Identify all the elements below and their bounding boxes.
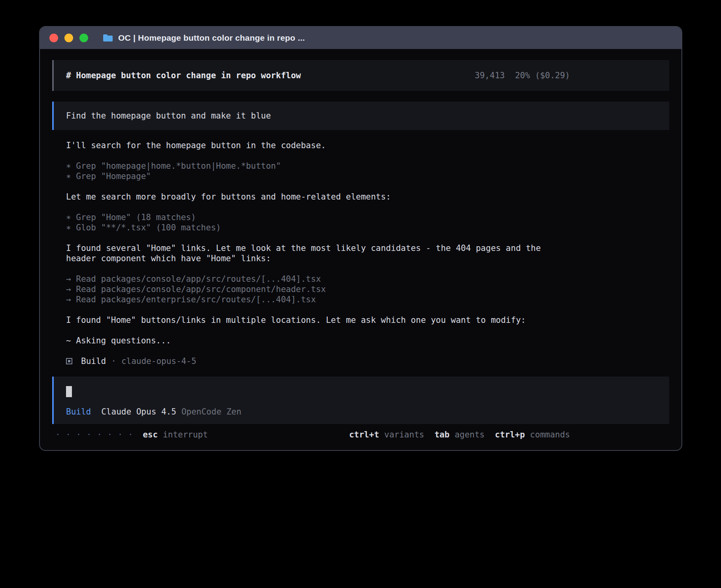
- status-bar: · · · · · · · · esc interrupt ctrl+t var…: [52, 430, 570, 440]
- context-usage: 20% ($0.29): [515, 71, 570, 80]
- agent-icon: [66, 358, 72, 364]
- variants-key: ctrl+t: [349, 430, 379, 440]
- assistant-message: I found several "Home" links. Let me loo…: [66, 243, 570, 264]
- shortcut-variants: ctrl+t variants: [349, 430, 424, 440]
- commands-label: commands: [530, 430, 570, 440]
- window-titlebar[interactable]: OC | Homepage button color change in rep…: [40, 27, 681, 49]
- zoom-button[interactable]: [79, 34, 88, 42]
- prompt-model-label: Claude Opus 4.5: [101, 407, 176, 417]
- agent-name: Build: [81, 356, 106, 366]
- tool-call: → Read packages/console/app/src/routes/[…: [66, 274, 570, 284]
- session-title: # Homepage button color change in repo w…: [66, 71, 301, 80]
- agents-key: tab: [434, 430, 449, 440]
- commands-key: ctrl+p: [495, 430, 525, 440]
- window-title: OC | Homepage button color change in rep…: [118, 33, 305, 43]
- minimize-button[interactable]: [64, 34, 73, 42]
- agents-label: agents: [455, 430, 485, 440]
- esc-label: interrupt: [163, 430, 208, 440]
- agent-model: claude-opus-4-5: [121, 356, 196, 366]
- assistant-message: I found "Home" buttons/links in multiple…: [66, 315, 570, 325]
- assistant-message: I'll search for the homepage button in t…: [66, 140, 570, 151]
- folder-icon: [102, 34, 113, 42]
- close-button[interactable]: [49, 34, 58, 42]
- prompt-meta: Build Claude Opus 4.5 OpenCode Zen: [66, 407, 657, 417]
- shortcut-group: ctrl+t variants tab agents ctrl+p comman…: [339, 430, 570, 440]
- tool-call: ∗ Glob "**/*.tsx" (100 matches): [66, 222, 570, 233]
- tool-call: → Read packages/console/app/src/componen…: [66, 284, 570, 294]
- session-stats: 39,41320% ($0.29): [475, 71, 570, 80]
- tool-call: ∗ Grep "Homepage": [66, 171, 570, 181]
- user-message-text: Find the homepage button and make it blu…: [66, 111, 570, 121]
- variants-label: variants: [384, 430, 424, 440]
- prompt-provider-label: OpenCode Zen: [181, 407, 242, 417]
- assistant-message: Let me search more broadly for buttons a…: [66, 192, 570, 202]
- tool-call: ∗ Grep "homepage|home.*button|Home.*butt…: [66, 161, 570, 171]
- spinner-dots: · · · · · · · ·: [55, 430, 133, 440]
- session-header: # Homepage button color change in repo w…: [52, 60, 669, 91]
- esc-key: esc: [143, 430, 158, 440]
- shortcut-esc: esc interrupt: [143, 430, 208, 440]
- terminal-window: OC | Homepage button color change in rep…: [39, 26, 682, 451]
- token-count: 39,413: [475, 71, 505, 80]
- agent-separator: ·: [111, 356, 116, 366]
- agent-status-row: Build · claude-opus-4-5: [66, 356, 669, 366]
- prompt-input[interactable]: Build Claude Opus 4.5 OpenCode Zen: [52, 377, 669, 424]
- text-cursor: [66, 386, 72, 397]
- terminal-content: # Homepage button color change in repo w…: [40, 49, 681, 440]
- tool-call: ∗ Grep "Home" (18 matches): [66, 212, 570, 222]
- prompt-mode-label: Build: [66, 407, 91, 417]
- shortcut-agents: tab agents: [434, 430, 485, 440]
- assistant-message: ~ Asking questions...: [66, 335, 570, 346]
- tool-call: → Read packages/enterprise/src/routes/[.…: [66, 294, 570, 305]
- user-message: Find the homepage button and make it blu…: [52, 102, 669, 130]
- shortcut-commands: ctrl+p commands: [495, 430, 570, 440]
